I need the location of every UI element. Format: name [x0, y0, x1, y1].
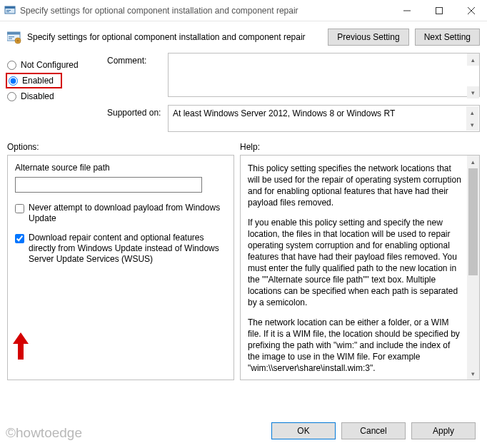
supported-on-text: At least Windows Server 2012, Windows 8 … [173, 108, 395, 118]
radio-not-configured[interactable]: Not Configured [7, 57, 107, 73]
comment-scroll-up[interactable]: ▴ [467, 54, 479, 66]
never-download-label: Never attempt to download payload from W… [29, 203, 226, 224]
comment-scroll: ▴ ▾ [467, 54, 479, 98]
cancel-button[interactable]: Cancel [341, 422, 406, 439]
dialog-footer: ©howtoedge OK Cancel Apply [0, 414, 487, 448]
header: Specify settings for optional component … [0, 21, 487, 49]
svg-rect-3 [6, 11, 9, 12]
radio-not-configured-input[interactable] [7, 61, 16, 70]
help-scroll-up[interactable]: ▴ [467, 156, 479, 168]
alt-source-label: Alternate source file path [15, 163, 226, 173]
supported-scroll-up[interactable]: ▴ [466, 106, 478, 118]
alt-source-input[interactable] [15, 177, 202, 193]
watermark: ©howtoedge [6, 425, 82, 441]
header-title: Specify settings for optional component … [27, 32, 328, 42]
radio-not-configured-label: Not Configured [21, 60, 79, 70]
app-icon [4, 5, 16, 16]
svg-rect-11 [9, 39, 12, 39]
radio-enabled-label: Enabled [22, 76, 54, 86]
help-scrollbar[interactable]: ▴ ▾ [467, 156, 479, 380]
radio-disabled-input[interactable] [7, 92, 16, 101]
radio-disabled-label: Disabled [21, 91, 54, 101]
radio-enabled[interactable]: Enabled [9, 76, 54, 86]
options-panel: Alternate source file path Never attempt… [7, 155, 234, 380]
help-label: Help: [240, 142, 480, 152]
never-download-checkbox[interactable] [15, 204, 24, 213]
help-scroll-thumb[interactable] [468, 168, 478, 275]
comment-label: Comment: [107, 53, 168, 99]
help-p3: The network location can be either a fol… [248, 317, 463, 374]
supported-on-box: At least Windows Server 2012, Windows 8 … [168, 105, 480, 132]
enabled-highlight: Enabled [6, 73, 62, 88]
help-text: This policy setting specifies the networ… [248, 163, 463, 380]
previous-setting-button[interactable]: Previous Setting [328, 29, 408, 46]
wsus-checkbox[interactable] [15, 234, 24, 243]
supported-scroll-down[interactable]: ▾ [466, 118, 478, 131]
help-scroll-down[interactable]: ▾ [467, 367, 479, 380]
svg-rect-5 [436, 7, 442, 14]
ok-button[interactable]: OK [271, 422, 336, 439]
policy-icon [7, 30, 21, 44]
maximize-button[interactable] [423, 0, 455, 21]
state-radio-group: Not Configured Enabled Disabled [7, 53, 107, 138]
help-p2: If you enable this policy setting and sp… [248, 217, 463, 308]
comment-textarea[interactable] [168, 53, 480, 97]
comment-scroll-down[interactable]: ▾ [467, 86, 479, 98]
close-button[interactable] [455, 0, 487, 21]
next-setting-button[interactable]: Next Setting [415, 29, 480, 46]
wsus-checkbox-row[interactable]: Download repair content and optional fea… [15, 233, 226, 265]
radio-disabled[interactable]: Disabled [7, 88, 107, 104]
radio-enabled-input[interactable] [9, 76, 18, 86]
svg-rect-10 [9, 36, 14, 37]
minimize-button[interactable] [391, 0, 423, 21]
options-label: Options: [7, 142, 240, 152]
config-section: Not Configured Enabled Disabled Comment:… [0, 49, 487, 138]
help-p1: This policy setting specifies the networ… [248, 163, 463, 208]
supported-label: Supported on: [107, 105, 168, 132]
svg-rect-2 [6, 10, 11, 11]
never-download-checkbox-row[interactable]: Never attempt to download payload from W… [15, 203, 226, 224]
svg-rect-1 [5, 6, 15, 9]
svg-rect-9 [7, 32, 20, 35]
wsus-label: Download repair content and optional fea… [29, 233, 226, 265]
help-panel: This policy setting specifies the networ… [240, 155, 480, 380]
apply-button[interactable]: Apply [411, 422, 476, 439]
window-title: Specify settings for optional component … [20, 6, 391, 16]
title-bar: Specify settings for optional component … [0, 0, 487, 21]
